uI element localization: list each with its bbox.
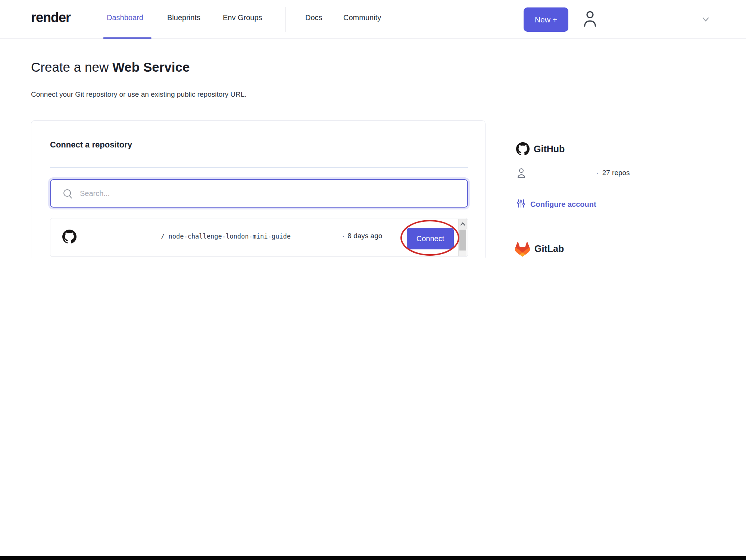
page-title: Create a new Web Service: [31, 60, 190, 75]
search-icon: [62, 188, 74, 200]
gitlab-section-title: GitLab: [534, 243, 564, 254]
repo-path: / node-challenge-london-mini-guide: [161, 233, 291, 240]
nav-item-dashboard[interactable]: Dashboard: [107, 13, 143, 22]
top-navigation-bar: render Dashboard Blueprints Env Groups D…: [0, 0, 746, 39]
repo-updated-text: 8 days ago: [347, 232, 382, 240]
repository-list: / node-challenge-london-mini-guide ·8 da…: [50, 218, 468, 257]
configure-account-label: Configure account: [530, 200, 596, 209]
render-create-web-service-page: render Dashboard Blueprints Env Groups D…: [0, 0, 746, 560]
page-title-regular: Create a new: [31, 60, 112, 74]
account-name-redacted: [530, 169, 593, 178]
chevron-down-icon[interactable]: [700, 15, 711, 24]
chevron-up-icon: [460, 221, 465, 227]
account-person-icon: [517, 168, 526, 179]
github-section-title: GitHub: [534, 144, 565, 155]
sliders-icon: [517, 199, 525, 209]
card-divider: [50, 167, 468, 168]
repo-search-box: [50, 179, 468, 208]
user-icon: [581, 25, 599, 31]
github-icon: [516, 142, 530, 156]
nav-item-docs[interactable]: Docs: [305, 13, 322, 22]
scroll-up-button[interactable]: [459, 219, 467, 229]
render-logo[interactable]: render: [31, 10, 71, 25]
bullet-separator: ·: [342, 232, 344, 240]
card-heading: Connect a repository: [50, 140, 132, 150]
scrollbar-thumb[interactable]: [459, 230, 466, 251]
gitlab-icon: [515, 242, 530, 257]
repo-count-text: 27 repos: [602, 169, 630, 177]
bottom-black-bar: [0, 556, 746, 560]
nav-item-blueprints[interactable]: Blueprints: [167, 13, 200, 22]
new-button[interactable]: New +: [524, 7, 568, 32]
active-tab-underline: [103, 37, 152, 39]
page-title-bold: Web Service: [112, 60, 190, 74]
configure-account-link[interactable]: Configure account: [517, 199, 596, 209]
page-subtitle: Connect your Git repository or use an ex…: [31, 90, 247, 99]
nav-item-env-groups[interactable]: Env Groups: [223, 13, 262, 22]
search-input[interactable]: [80, 181, 461, 206]
user-avatar-button[interactable]: [581, 8, 599, 31]
connect-button[interactable]: Connect: [407, 228, 454, 249]
repo-owner-redacted: [85, 233, 159, 242]
repo-count: ·27 repos: [596, 169, 630, 177]
repository-row[interactable]: / node-challenge-london-mini-guide ·8 da…: [50, 218, 468, 256]
repo-list-scrollbar[interactable]: [458, 219, 466, 256]
nav-item-community[interactable]: Community: [343, 13, 381, 22]
github-icon: [62, 230, 77, 244]
bullet-separator: ·: [596, 169, 599, 177]
nav-divider: [285, 7, 286, 32]
repo-updated: ·8 days ago: [342, 232, 382, 240]
connect-repository-card: Connect a repository / node-challenge-lo: [31, 120, 486, 258]
